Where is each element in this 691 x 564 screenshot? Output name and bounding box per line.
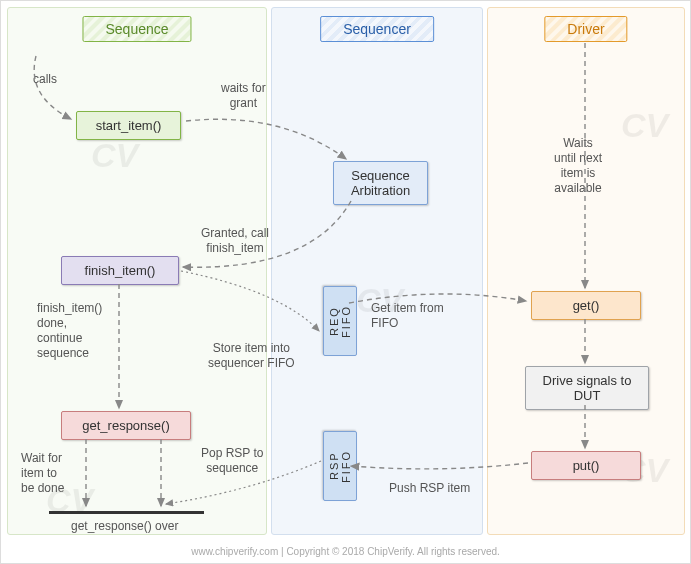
lane-title-sequencer: Sequencer xyxy=(320,16,434,42)
lane-title-driver: Driver xyxy=(544,16,627,42)
node-put: put() xyxy=(531,451,641,480)
label-granted-call: Granted, call finish_item xyxy=(201,226,269,256)
footer-copyright: www.chipverify.com | Copyright © 2018 Ch… xyxy=(1,546,690,557)
label-pop-rsp: Pop RSP to sequence xyxy=(201,446,263,476)
node-get-response: get_response() xyxy=(61,411,191,440)
label-store-item: Store item into sequencer FIFO xyxy=(208,341,295,371)
label-get-resp-over: get_response() over xyxy=(71,519,178,534)
node-finish-item: finish_item() xyxy=(61,256,179,285)
node-drive-dut: Drive signals to DUT xyxy=(525,366,649,410)
label-finish-item-done: finish_item() done, continue sequence xyxy=(37,301,102,361)
lane-title-sequence: Sequence xyxy=(82,16,191,42)
node-get: get() xyxy=(531,291,641,320)
label-waits-until-next: Waits until next item is available xyxy=(554,136,602,196)
node-seq-arbitration: Sequence Arbitration xyxy=(333,161,428,205)
terminator-bar xyxy=(49,511,204,514)
label-get-item-fifo: Get item from FIFO xyxy=(371,301,444,331)
node-req-fifo: REQ FIFO xyxy=(323,286,357,356)
node-start-item: start_item() xyxy=(76,111,181,140)
diagram-canvas: Sequence Sequencer Driver CV CV CV CV CV… xyxy=(0,0,691,564)
label-wait-item-done: Wait for item to be done xyxy=(21,451,64,496)
node-rsp-fifo: RSP FIFO xyxy=(323,431,357,501)
label-waits-for-grant: waits for grant xyxy=(221,81,266,111)
label-push-rsp: Push RSP item xyxy=(389,481,470,496)
label-calls: calls xyxy=(33,72,57,87)
lane-sequencer: Sequencer xyxy=(271,7,483,535)
